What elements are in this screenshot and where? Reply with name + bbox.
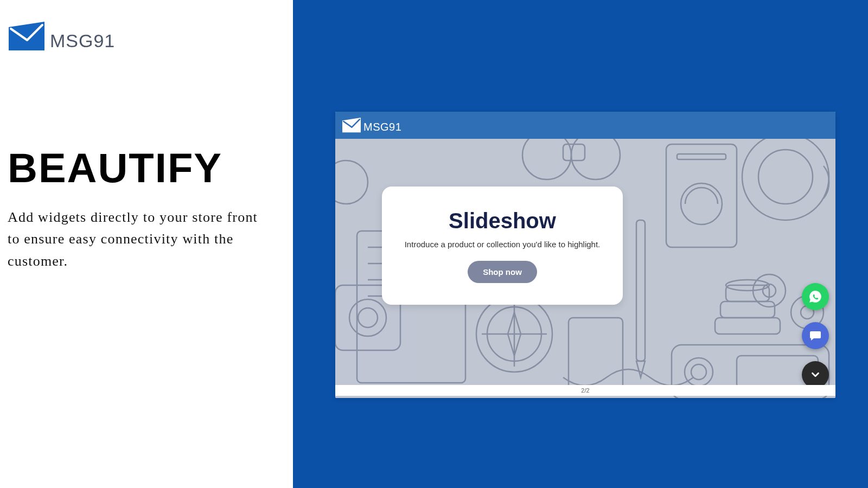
svg-rect-30 — [720, 301, 775, 318]
svg-point-36 — [691, 364, 706, 380]
slideshow-description: Introduce a product or collection you'd … — [405, 240, 601, 249]
whatsapp-button[interactable] — [802, 283, 829, 310]
preview-brand-logo: MSG91 — [342, 117, 401, 133]
svg-point-23 — [742, 139, 829, 220]
svg-point-35 — [685, 358, 713, 386]
brand-logo: MSG91 — [8, 21, 285, 52]
svg-rect-29 — [715, 318, 780, 334]
chevron-down-icon — [809, 369, 821, 381]
storefront-preview: MSG91 — [335, 112, 835, 398]
preview-brand-name: MSG91 — [363, 121, 401, 133]
page-headline: BEAUTIFY — [8, 144, 285, 191]
slide-pager: 2/2 — [335, 385, 835, 396]
pager-text: 2/2 — [581, 387, 589, 394]
slideshow-title: Slideshow — [449, 209, 556, 233]
page-subtext: Add widgets directly to your store front… — [8, 207, 273, 272]
svg-rect-4 — [563, 144, 585, 160]
svg-rect-18 — [636, 220, 645, 361]
svg-rect-38 — [569, 318, 623, 394]
slideshow-card: Slideshow Introduce a product or collect… — [382, 187, 623, 305]
svg-point-24 — [758, 150, 813, 204]
collapse-button[interactable] — [802, 361, 829, 388]
preview-topbar: MSG91 — [335, 112, 835, 139]
envelope-icon — [342, 117, 361, 133]
svg-point-22 — [681, 183, 722, 224]
svg-rect-21 — [677, 154, 726, 159]
brand-name: MSG91 — [50, 31, 115, 52]
shop-now-button[interactable]: Shop now — [468, 261, 537, 283]
chat-icon — [809, 329, 822, 342]
svg-marker-19 — [636, 361, 645, 377]
preview-body: Slideshow Introduce a product or collect… — [335, 139, 835, 398]
floating-buttons — [802, 283, 829, 388]
svg-point-37 — [335, 160, 368, 204]
right-panel: MSG91 — [293, 0, 868, 488]
svg-point-12 — [358, 308, 378, 328]
svg-marker-0 — [9, 22, 44, 50]
svg-marker-1 — [342, 118, 361, 132]
chat-button[interactable] — [802, 322, 829, 349]
svg-point-11 — [349, 299, 386, 336]
envelope-icon — [8, 21, 46, 52]
left-panel: MSG91 BEAUTIFY Add widgets directly to y… — [0, 0, 293, 488]
whatsapp-icon — [808, 290, 822, 304]
